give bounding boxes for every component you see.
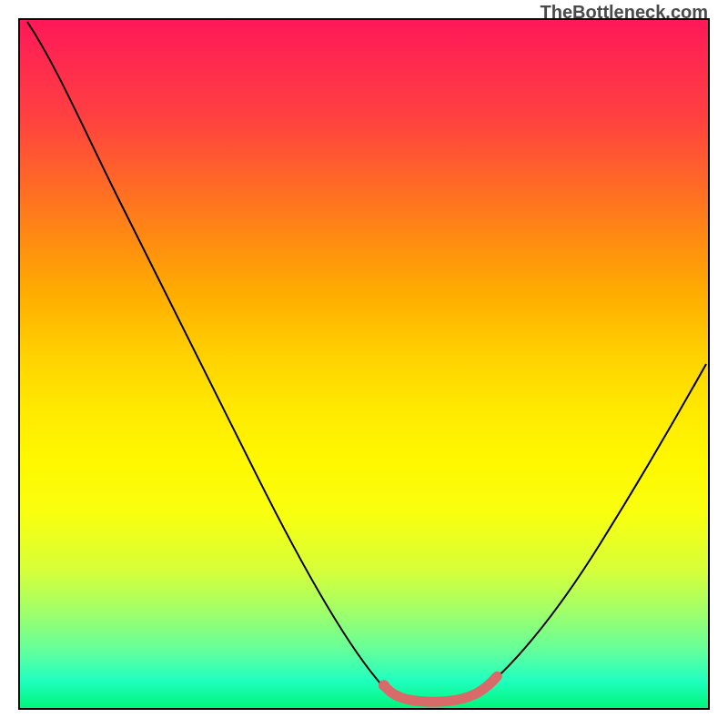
- chart-container: TheBottleneck.com: [0, 0, 728, 728]
- watermark-text: TheBottleneck.com: [541, 2, 708, 23]
- plot-area: [18, 18, 710, 710]
- bottleneck-curve: [27, 22, 706, 702]
- chart-svg: [20, 20, 708, 708]
- highlight-segment: [384, 676, 497, 702]
- highlight-dot-left: [379, 680, 389, 691]
